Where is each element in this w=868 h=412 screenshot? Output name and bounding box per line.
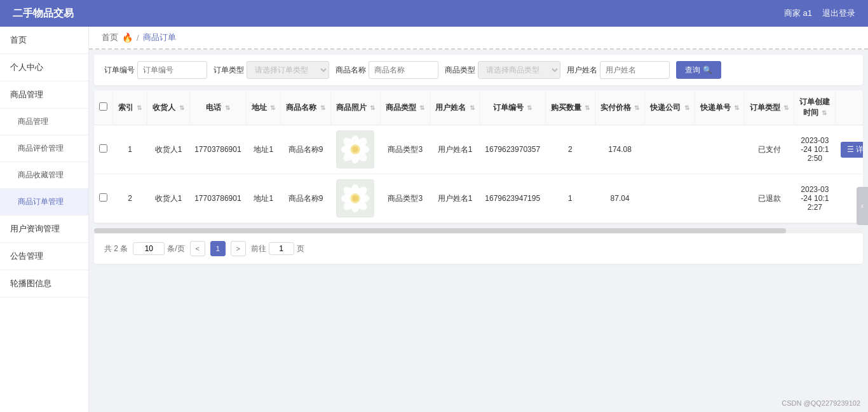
sidebar-item-announce[interactable]: 公告管理 [0,243,88,270]
breadcrumb-current: 商品订单 [143,32,176,43]
breadcrumb-sep: / [137,33,139,43]
product-type-select[interactable]: 请选择商品类型 [478,61,560,79]
table-header-row: 索引 ⇅ 收货人 ⇅ 电话 ⇅ 地址 ⇅ 商品名称 ⇅ 商品照片 ⇅ 商品类型 … [94,90,863,125]
sort-icon-phone: ⇅ [225,104,230,111]
cell-product-img-2 [330,174,380,223]
col-product-name: 商品名称 ⇅ [281,90,330,125]
app-logo: 二手物品交易 [13,7,74,20]
cell-product-type-2: 商品类型3 [381,174,430,223]
sort-icon-receiver: ⇅ [179,104,184,111]
col-express-no: 快递单号 ⇅ [695,90,744,125]
detail-label-1: 详情 [856,144,863,155]
select-all-checkbox[interactable] [99,102,107,111]
col-phone: 电话 ⇅ [189,90,246,125]
detail-icon-1: ☰ [847,145,854,154]
goto-suffix: 页 [297,244,304,254]
collapse-sidebar-button[interactable]: ‹ [857,187,868,225]
cell-quantity-1: 2 [545,125,595,174]
sidebar-item-order[interactable]: 商品订单管理 [0,189,88,216]
product-name-input[interactable] [369,61,438,79]
cell-express-no-1 [695,125,744,174]
table-row: 1 收货人1 17703786901 地址1 商品名称9 [94,125,863,174]
cell-express-1 [645,125,695,174]
cell-product-type-1: 商品类型3 [381,125,430,174]
col-address: 地址 ⇅ [247,90,281,125]
cell-checkbox-1 [94,125,113,174]
row-checkbox-1[interactable] [99,144,107,153]
col-product-img: 商品照片 ⇅ [330,90,380,125]
sidebar-item-product-mgmt-group[interactable]: 商品管理 [0,81,88,109]
pagination: 共 2 条 条/页 < 1 > 前往 页 [94,233,863,264]
order-table-container: 索引 ⇅ 收货人 ⇅ 电话 ⇅ 地址 ⇅ 商品名称 ⇅ 商品照片 ⇅ 商品类型 … [94,90,863,223]
current-user: 商家 a1 [784,8,812,19]
filter-product-name: 商品名称 [336,61,438,79]
logout-button[interactable]: 退出登录 [822,8,855,19]
product-image-1 [336,130,374,168]
col-checkbox [94,90,113,125]
sort-icon-product-type: ⇅ [419,104,424,111]
sidebar-item-carousel[interactable]: 轮播图信息 [0,270,88,298]
table-row: 2 收货人1 17703786901 地址1 商品名称9 [94,174,863,223]
goto-page-input[interactable] [269,242,294,255]
page-jump: 前往 页 [251,242,304,255]
col-product-type: 商品类型 ⇅ [381,90,430,125]
sidebar-item-inquiry[interactable]: 用户资询管理 [0,216,88,243]
sort-icon-address: ⇅ [270,104,275,111]
col-order-type: 订单类型 ⇅ [744,90,794,125]
sidebar-item-product[interactable]: 商品管理 [0,109,88,135]
current-page-button[interactable]: 1 [210,241,226,256]
col-create-time: 订单创建时间 ⇅ [794,90,836,125]
filter-bar: 订单编号 订单类型 请选择订单类型 已支付 已退款 商品名称 商品类型 请选择商… [94,55,863,85]
sort-icon-order-no: ⇅ [527,104,532,111]
filter-user-name: 用户姓名 [567,61,670,79]
cell-order-type-1: 已支付 [744,125,794,174]
sort-icon-price: ⇅ [634,104,639,111]
main-layout: 首页 个人中心 商品管理 商品管理 商品评价管理 商品收藏管理 商品订单管理 用… [0,27,868,412]
detail-button-1[interactable]: ☰ 详情 [841,142,863,158]
sidebar-item-personal[interactable]: 个人中心 [0,54,88,81]
flower-svg-2 [337,180,374,217]
search-button-label: 查询 [685,65,700,76]
col-index: 索引 ⇅ [113,90,147,125]
sort-icon-product-img: ⇅ [370,104,375,111]
breadcrumb-home[interactable]: 首页 [102,32,118,43]
cell-product-img-1 [330,125,380,174]
filter-product-name-label: 商品名称 [336,65,366,76]
filter-order-no: 订单编号 [104,61,207,79]
table-scrollbar[interactable] [94,228,863,233]
col-quantity: 购买数量 ⇅ [545,90,595,125]
col-order-no: 订单编号 ⇅ [480,90,545,125]
cell-express-no-2 [695,174,744,223]
sidebar-item-review[interactable]: 商品评价管理 [0,135,88,162]
cell-product-name-2: 商品名称9 [281,174,330,223]
cell-phone-2: 17703786901 [189,174,246,223]
sidebar-item-home[interactable]: 首页 [0,27,88,54]
filter-order-type: 订单类型 请选择订单类型 已支付 已退款 [214,61,329,79]
pagination-total: 共 2 条 [104,244,128,254]
cell-order-no-2: 1679623947195 [480,174,545,223]
next-page-button[interactable]: > [231,241,246,256]
cell-address-1: 地址1 [247,125,281,174]
order-table: 索引 ⇅ 收货人 ⇅ 电话 ⇅ 地址 ⇅ 商品名称 ⇅ 商品照片 ⇅ 商品类型 … [94,90,863,223]
main-content: 首页 🔥 / 商品订单 订单编号 订单类型 请选择订单类型 已支付 已退款 商品… [89,27,868,412]
order-no-input[interactable] [137,61,207,79]
sort-icon-quantity: ⇅ [585,104,590,111]
goto-prefix: 前往 [251,244,266,254]
row-checkbox-2[interactable] [99,193,107,202]
filter-user-name-label: 用户姓名 [567,65,597,76]
user-name-input[interactable] [600,61,670,79]
search-button[interactable]: 查询 🔍 [676,61,721,79]
cell-price-2: 87.04 [595,174,644,223]
order-type-select[interactable]: 请选择订单类型 已支付 已退款 [247,61,329,79]
cell-index-2: 2 [113,174,147,223]
header-right: 商家 a1 退出登录 [784,8,855,19]
prev-page-button[interactable]: < [190,241,205,256]
sort-icon-express-no: ⇅ [734,104,739,111]
cell-address-2: 地址1 [247,174,281,223]
filter-product-type: 商品类型 请选择商品类型 [445,61,560,79]
sidebar-item-favorite[interactable]: 商品收藏管理 [0,162,88,189]
per-page-input[interactable] [133,242,165,255]
cell-checkbox-2 [94,174,113,223]
breadcrumb-icon: 🔥 [122,32,133,43]
watermark: CSDN @QQ2279239102 [782,399,860,407]
